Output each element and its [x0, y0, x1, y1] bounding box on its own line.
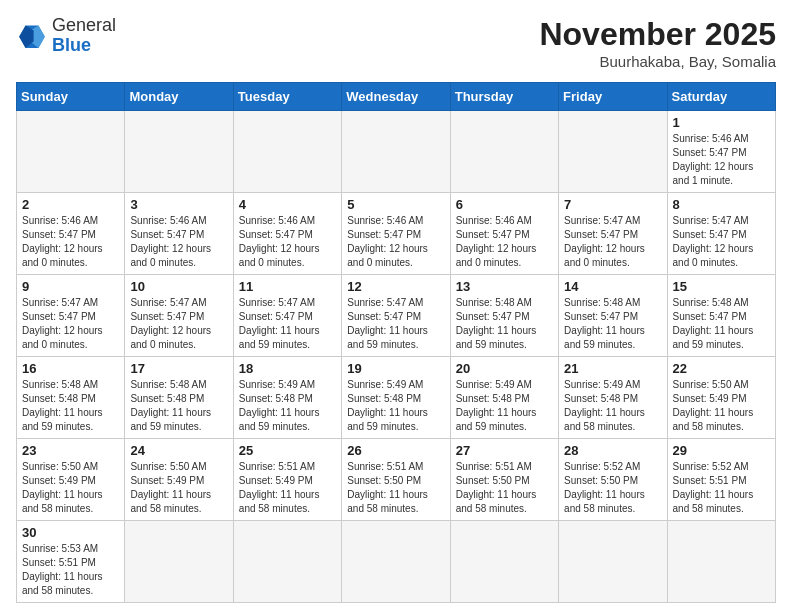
day-29: 29Sunrise: 5:52 AM Sunset: 5:51 PM Dayli… — [667, 439, 775, 521]
day-16: 16Sunrise: 5:48 AM Sunset: 5:48 PM Dayli… — [17, 357, 125, 439]
day-number-13: 13 — [456, 279, 553, 294]
day-info-25: Sunrise: 5:51 AM Sunset: 5:49 PM Dayligh… — [239, 460, 336, 516]
empty-day — [667, 521, 775, 603]
day-19: 19Sunrise: 5:49 AM Sunset: 5:48 PM Dayli… — [342, 357, 450, 439]
day-7: 7Sunrise: 5:47 AM Sunset: 5:47 PM Daylig… — [559, 193, 667, 275]
day-24: 24Sunrise: 5:50 AM Sunset: 5:49 PM Dayli… — [125, 439, 233, 521]
day-info-26: Sunrise: 5:51 AM Sunset: 5:50 PM Dayligh… — [347, 460, 444, 516]
weekday-monday: Monday — [125, 83, 233, 111]
day-info-8: Sunrise: 5:47 AM Sunset: 5:47 PM Dayligh… — [673, 214, 770, 270]
day-number-21: 21 — [564, 361, 661, 376]
day-number-9: 9 — [22, 279, 119, 294]
day-number-23: 23 — [22, 443, 119, 458]
empty-day — [450, 521, 558, 603]
empty-day — [125, 111, 233, 193]
empty-day — [342, 521, 450, 603]
day-2: 2Sunrise: 5:46 AM Sunset: 5:47 PM Daylig… — [17, 193, 125, 275]
day-number-12: 12 — [347, 279, 444, 294]
day-info-29: Sunrise: 5:52 AM Sunset: 5:51 PM Dayligh… — [673, 460, 770, 516]
day-number-27: 27 — [456, 443, 553, 458]
logo-general: General — [52, 15, 116, 35]
day-6: 6Sunrise: 5:46 AM Sunset: 5:47 PM Daylig… — [450, 193, 558, 275]
day-14: 14Sunrise: 5:48 AM Sunset: 5:47 PM Dayli… — [559, 275, 667, 357]
day-12: 12Sunrise: 5:47 AM Sunset: 5:47 PM Dayli… — [342, 275, 450, 357]
logo-text: General Blue — [52, 16, 116, 56]
day-number-11: 11 — [239, 279, 336, 294]
day-info-3: Sunrise: 5:46 AM Sunset: 5:47 PM Dayligh… — [130, 214, 227, 270]
day-17: 17Sunrise: 5:48 AM Sunset: 5:48 PM Dayli… — [125, 357, 233, 439]
weekday-thursday: Thursday — [450, 83, 558, 111]
day-13: 13Sunrise: 5:48 AM Sunset: 5:47 PM Dayli… — [450, 275, 558, 357]
day-1: 1Sunrise: 5:46 AM Sunset: 5:47 PM Daylig… — [667, 111, 775, 193]
day-info-16: Sunrise: 5:48 AM Sunset: 5:48 PM Dayligh… — [22, 378, 119, 434]
logo-icon — [16, 22, 48, 50]
day-27: 27Sunrise: 5:51 AM Sunset: 5:50 PM Dayli… — [450, 439, 558, 521]
day-28: 28Sunrise: 5:52 AM Sunset: 5:50 PM Dayli… — [559, 439, 667, 521]
day-number-10: 10 — [130, 279, 227, 294]
day-number-20: 20 — [456, 361, 553, 376]
day-info-20: Sunrise: 5:49 AM Sunset: 5:48 PM Dayligh… — [456, 378, 553, 434]
day-25: 25Sunrise: 5:51 AM Sunset: 5:49 PM Dayli… — [233, 439, 341, 521]
day-22: 22Sunrise: 5:50 AM Sunset: 5:49 PM Dayli… — [667, 357, 775, 439]
day-11: 11Sunrise: 5:47 AM Sunset: 5:47 PM Dayli… — [233, 275, 341, 357]
day-20: 20Sunrise: 5:49 AM Sunset: 5:48 PM Dayli… — [450, 357, 558, 439]
day-23: 23Sunrise: 5:50 AM Sunset: 5:49 PM Dayli… — [17, 439, 125, 521]
day-number-28: 28 — [564, 443, 661, 458]
empty-day — [450, 111, 558, 193]
calendar: SundayMondayTuesdayWednesdayThursdayFrid… — [16, 82, 776, 603]
day-number-1: 1 — [673, 115, 770, 130]
weekday-wednesday: Wednesday — [342, 83, 450, 111]
calendar-row-5: 23Sunrise: 5:50 AM Sunset: 5:49 PM Dayli… — [17, 439, 776, 521]
empty-day — [559, 521, 667, 603]
day-5: 5Sunrise: 5:46 AM Sunset: 5:47 PM Daylig… — [342, 193, 450, 275]
day-30: 30Sunrise: 5:53 AM Sunset: 5:51 PM Dayli… — [17, 521, 125, 603]
day-info-17: Sunrise: 5:48 AM Sunset: 5:48 PM Dayligh… — [130, 378, 227, 434]
day-number-26: 26 — [347, 443, 444, 458]
day-number-2: 2 — [22, 197, 119, 212]
day-26: 26Sunrise: 5:51 AM Sunset: 5:50 PM Dayli… — [342, 439, 450, 521]
day-number-5: 5 — [347, 197, 444, 212]
day-18: 18Sunrise: 5:49 AM Sunset: 5:48 PM Dayli… — [233, 357, 341, 439]
weekday-tuesday: Tuesday — [233, 83, 341, 111]
day-8: 8Sunrise: 5:47 AM Sunset: 5:47 PM Daylig… — [667, 193, 775, 275]
calendar-row-6: 30Sunrise: 5:53 AM Sunset: 5:51 PM Dayli… — [17, 521, 776, 603]
day-number-16: 16 — [22, 361, 119, 376]
location: Buurhakaba, Bay, Somalia — [539, 53, 776, 70]
calendar-row-2: 2Sunrise: 5:46 AM Sunset: 5:47 PM Daylig… — [17, 193, 776, 275]
calendar-row-4: 16Sunrise: 5:48 AM Sunset: 5:48 PM Dayli… — [17, 357, 776, 439]
day-info-21: Sunrise: 5:49 AM Sunset: 5:48 PM Dayligh… — [564, 378, 661, 434]
day-info-28: Sunrise: 5:52 AM Sunset: 5:50 PM Dayligh… — [564, 460, 661, 516]
day-number-15: 15 — [673, 279, 770, 294]
day-number-25: 25 — [239, 443, 336, 458]
day-number-14: 14 — [564, 279, 661, 294]
calendar-row-1: 1Sunrise: 5:46 AM Sunset: 5:47 PM Daylig… — [17, 111, 776, 193]
page-header: General Blue November 2025 Buurhakaba, B… — [16, 16, 776, 70]
day-number-7: 7 — [564, 197, 661, 212]
day-info-6: Sunrise: 5:46 AM Sunset: 5:47 PM Dayligh… — [456, 214, 553, 270]
day-info-15: Sunrise: 5:48 AM Sunset: 5:47 PM Dayligh… — [673, 296, 770, 352]
day-info-9: Sunrise: 5:47 AM Sunset: 5:47 PM Dayligh… — [22, 296, 119, 352]
day-info-27: Sunrise: 5:51 AM Sunset: 5:50 PM Dayligh… — [456, 460, 553, 516]
day-number-8: 8 — [673, 197, 770, 212]
day-info-24: Sunrise: 5:50 AM Sunset: 5:49 PM Dayligh… — [130, 460, 227, 516]
empty-day — [17, 111, 125, 193]
day-info-10: Sunrise: 5:47 AM Sunset: 5:47 PM Dayligh… — [130, 296, 227, 352]
day-3: 3Sunrise: 5:46 AM Sunset: 5:47 PM Daylig… — [125, 193, 233, 275]
day-4: 4Sunrise: 5:46 AM Sunset: 5:47 PM Daylig… — [233, 193, 341, 275]
calendar-row-3: 9Sunrise: 5:47 AM Sunset: 5:47 PM Daylig… — [17, 275, 776, 357]
empty-day — [233, 111, 341, 193]
weekday-header-row: SundayMondayTuesdayWednesdayThursdayFrid… — [17, 83, 776, 111]
day-info-1: Sunrise: 5:46 AM Sunset: 5:47 PM Dayligh… — [673, 132, 770, 188]
day-info-14: Sunrise: 5:48 AM Sunset: 5:47 PM Dayligh… — [564, 296, 661, 352]
day-info-23: Sunrise: 5:50 AM Sunset: 5:49 PM Dayligh… — [22, 460, 119, 516]
day-9: 9Sunrise: 5:47 AM Sunset: 5:47 PM Daylig… — [17, 275, 125, 357]
logo-blue: Blue — [52, 35, 91, 55]
day-number-22: 22 — [673, 361, 770, 376]
empty-day — [342, 111, 450, 193]
day-number-24: 24 — [130, 443, 227, 458]
day-info-19: Sunrise: 5:49 AM Sunset: 5:48 PM Dayligh… — [347, 378, 444, 434]
day-number-17: 17 — [130, 361, 227, 376]
day-number-19: 19 — [347, 361, 444, 376]
title-block: November 2025 Buurhakaba, Bay, Somalia — [539, 16, 776, 70]
day-info-5: Sunrise: 5:46 AM Sunset: 5:47 PM Dayligh… — [347, 214, 444, 270]
